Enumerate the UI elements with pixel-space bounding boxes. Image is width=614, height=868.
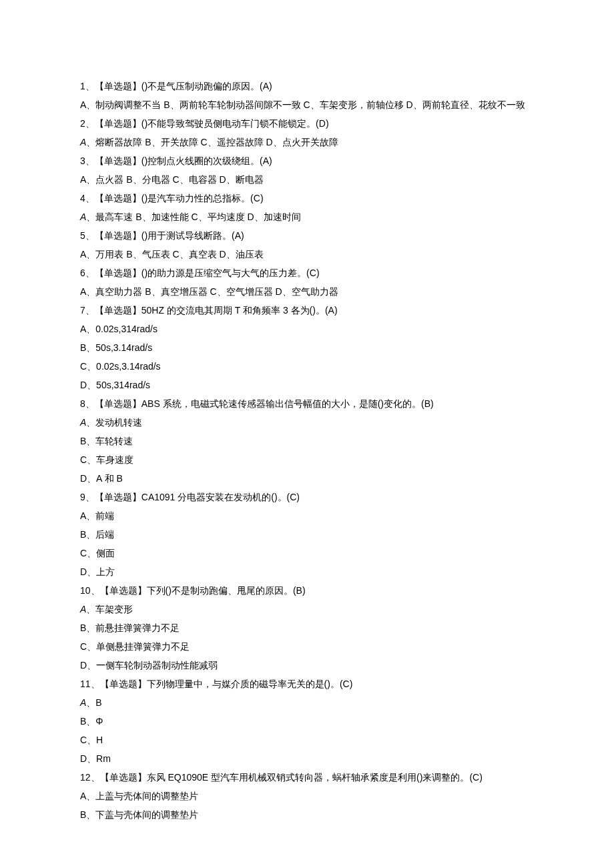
question-stem: 4、【单选题】()是汽车动力性的总指标。(C)	[80, 189, 534, 207]
question-option: B、Φ	[80, 712, 534, 731]
question-options: A、制动阀调整不当 B、两前轮车轮制动器间隙不一致 C、车架变形，前轴位移 D、…	[80, 95, 534, 114]
question-option: C、侧面	[80, 544, 534, 562]
question-stem: 9、【单选题】CA1091 分电器安装在发动机的()。(C)	[80, 488, 534, 506]
option-letter-a: A	[80, 417, 86, 428]
question-stem: 10、【单选题】下列()不是制动跑偏、甩尾的原因。(B)	[80, 581, 534, 600]
question-options: A、最高车速 B、加速性能 C、平均速度 D、加速时间	[80, 207, 534, 226]
question-stem: 8、【单选题】ABS 系统，电磁式轮速传感器输出信号幅值的大小，是随()变化的。…	[80, 394, 534, 413]
question-option: A、B	[80, 693, 534, 712]
question-option: C、车身速度	[80, 450, 534, 469]
option-text: 、发动机转速	[86, 417, 142, 428]
question-stem: 3、【单选题】()控制点火线圈的次级绕组。(A)	[80, 151, 534, 170]
option-letter-a: A	[80, 137, 86, 147]
question-option: C、H	[80, 731, 534, 749]
question-option: A、前端	[80, 506, 534, 525]
question-option: A、发动机转速	[80, 413, 534, 432]
question-option: D、上方	[80, 562, 534, 581]
question-option: D、50s,314rad/s	[80, 376, 534, 394]
question-options: A、万用表 B、气压表 C、真空表 D、油压表	[80, 245, 534, 264]
question-stem: 6、【单选题】()的助力源是压缩空气与大气的压力差。(C)	[80, 264, 534, 282]
question-stem: 1、【单选题】()不是气压制动跑偏的原因。(A)	[80, 77, 534, 95]
document-page: 1、【单选题】()不是气压制动跑偏的原因。(A) A、制动阀调整不当 B、两前轮…	[0, 0, 614, 864]
question-option: B、前悬挂弹簧弹力不足	[80, 618, 534, 637]
question-options: A、点火器 B、分电器 C、电容器 D、断电器	[80, 170, 534, 189]
option-letter-a: A	[80, 697, 86, 708]
question-stem: 2、【单选题】()不能导致驾驶员侧电动车门锁不能锁定。(D)	[80, 114, 534, 133]
option-letter-a: A	[80, 604, 86, 614]
question-option: D、一侧车轮制动器制动性能减弱	[80, 656, 534, 675]
question-stem: 11、【单选题】下列物理量中，与媒介质的磁导率无关的是()。(C)	[80, 675, 534, 693]
question-options: A、真空助力器 B、真空增压器 C、空气增压器 D、空气助力器	[80, 282, 534, 301]
option-text: 、B	[86, 697, 101, 708]
option-text: 、最高车速 B、加速性能 C、平均速度 D、加速时间	[86, 211, 300, 222]
question-stem: 7、【单选题】50HZ 的交流电其周期 T 和角频率 3 各为()。(A)	[80, 301, 534, 320]
question-option: A、车架变形	[80, 600, 534, 618]
option-letter-a: A	[80, 211, 86, 222]
question-option: B、车轮转速	[80, 432, 534, 450]
question-options: A、熔断器故障 B、开关故障 C、遥控器故障 D、点火开关故障	[80, 133, 534, 151]
question-option: B、50s,3.14rad/s	[80, 338, 534, 357]
option-text: 、熔断器故障 B、开关故障 C、遥控器故障 D、点火开关故障	[86, 137, 338, 147]
question-option: C、单侧悬挂弹簧弹力不足	[80, 637, 534, 656]
question-option: A、0.02s,314rad/s	[80, 320, 534, 338]
question-option: B、后端	[80, 525, 534, 544]
question-option: D、Rm	[80, 749, 534, 768]
question-option: B、下盖与壳体间的调整垫片	[80, 805, 534, 824]
question-option: A、上盖与壳体间的调整垫片	[80, 787, 534, 805]
question-option: C、0.02s,3.14rad/s	[80, 357, 534, 376]
option-text: 、车架变形	[86, 604, 133, 614]
question-stem: 5、【单选题】()用于测试导线断路。(A)	[80, 226, 534, 245]
question-option: D、A 和 B	[80, 469, 534, 488]
question-stem: 12、【单选题】东风 EQ1090E 型汽车用机械双销式转向器，蜗杆轴承紧度是利…	[80, 768, 534, 787]
